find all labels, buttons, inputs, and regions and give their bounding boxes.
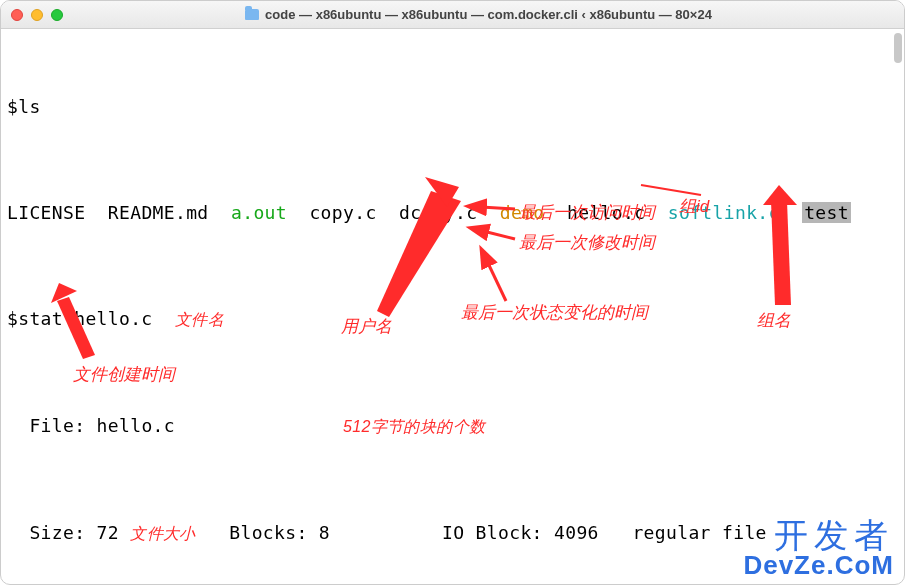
watermark: 开发者 DevZe.CoM — [743, 518, 894, 578]
anno-filename: 文件名 — [175, 311, 224, 328]
anno-change-time: 最后一次状态变化的时间 — [461, 301, 648, 324]
stat-file: File: hello.c 512字节的块的个数 — [7, 415, 898, 438]
close-icon[interactable] — [11, 9, 23, 21]
terminal-window: code — x86ubuntu — x86ubuntu — com.docke… — [0, 0, 905, 585]
window-title: code — x86ubuntu — x86ubuntu — com.docke… — [265, 7, 712, 22]
cmd-ls: ls — [18, 96, 40, 117]
anno-gid: 组id — [679, 195, 709, 218]
folder-icon — [245, 9, 259, 20]
anno-access-time: 最后一次访问时间 — [519, 201, 655, 224]
window-controls — [11, 9, 63, 21]
anno-filesize: 文件大小 — [130, 525, 195, 542]
anno-modify-time: 最后一次修改时间 — [519, 231, 655, 254]
minimize-icon[interactable] — [31, 9, 43, 21]
title-wrap: code — x86ubuntu — x86ubuntu — com.docke… — [63, 7, 894, 22]
cmd-stat: stat hello.c — [18, 308, 152, 329]
anno-blocks: 512字节的块的个数 — [343, 418, 485, 435]
maximize-icon[interactable] — [51, 9, 63, 21]
ls-output: LICENSE README.md a.out copy.c dcopy.c d… — [7, 202, 898, 224]
titlebar[interactable]: code — x86ubuntu — x86ubuntu — com.docke… — [1, 1, 904, 29]
terminal-body[interactable]: $ls LICENSE README.md a.out copy.c dcopy… — [1, 29, 904, 584]
cmd-line: $ls — [7, 96, 898, 118]
anno-username: 用户名 — [341, 315, 392, 338]
scrollbar-thumb[interactable] — [894, 33, 902, 63]
anno-groupname: 组名 — [757, 309, 791, 332]
anno-birth: 文件创建时间 — [73, 363, 175, 386]
